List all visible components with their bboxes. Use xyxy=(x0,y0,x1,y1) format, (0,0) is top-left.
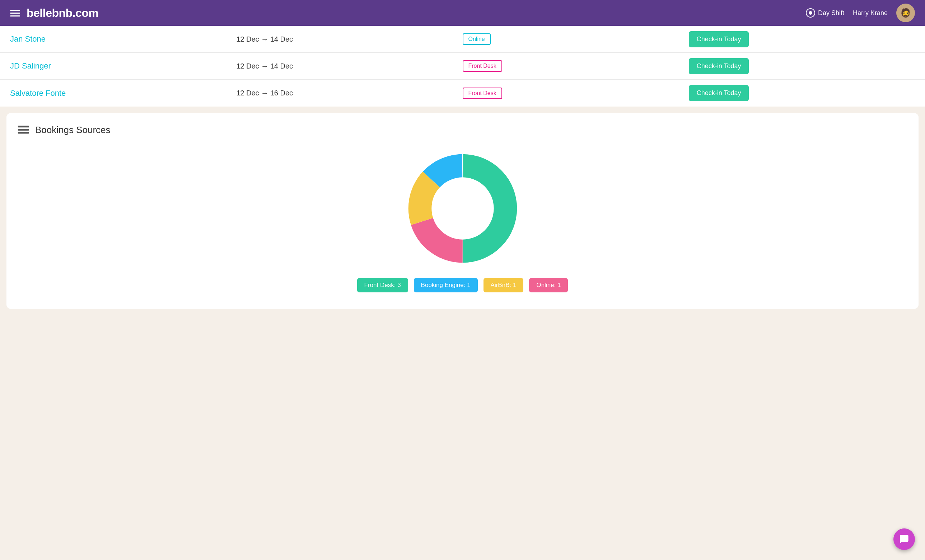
main-content: Jan Stone 12 Dec → 14 Dec Online Check-i… xyxy=(0,26,925,309)
menu-icon[interactable] xyxy=(10,10,20,17)
donut-center xyxy=(433,179,492,237)
source-cell: Online xyxy=(462,33,689,45)
checkin-button[interactable]: Check-in Today xyxy=(689,31,749,47)
booking-dates: 12 Dec → 14 Dec xyxy=(236,62,462,70)
source-badge: Front Desk xyxy=(462,60,502,72)
guest-name[interactable]: JD Salinger xyxy=(10,62,236,71)
svg-rect-2 xyxy=(18,132,29,134)
legend-item: Booking Engine: 1 xyxy=(414,278,478,292)
logo: bellebnb.com xyxy=(27,6,806,20)
chat-icon xyxy=(899,534,909,544)
table-row: JD Salinger 12 Dec → 14 Dec Front Desk C… xyxy=(0,53,925,80)
user-name: Harry Krane xyxy=(853,9,888,17)
source-badge: Front Desk xyxy=(462,87,502,99)
source-cell: Front Desk xyxy=(462,60,689,72)
shift-label: Day Shift xyxy=(818,9,844,17)
layers-icon xyxy=(17,123,30,137)
svg-rect-1 xyxy=(18,129,29,131)
guest-name[interactable]: Salvatore Fonte xyxy=(10,89,236,98)
donut-chart xyxy=(402,147,524,269)
legend: Front Desk: 3Booking Engine: 1AirBnB: 1O… xyxy=(357,278,568,292)
table-row: Jan Stone 12 Dec → 14 Dec Online Check-i… xyxy=(0,26,925,53)
bookings-sources-section: Bookings Sources xyxy=(6,113,919,309)
source-badge: Online xyxy=(462,33,491,45)
booking-dates: 12 Dec → 14 Dec xyxy=(236,35,462,44)
action-cell: Check-in Today xyxy=(689,85,915,101)
legend-item: AirBnB: 1 xyxy=(484,278,524,292)
source-cell: Front Desk xyxy=(462,87,689,99)
avatar[interactable]: 🧔 xyxy=(896,4,915,22)
header-right: Day Shift Harry Krane 🧔 xyxy=(806,4,915,22)
section-header: Bookings Sources xyxy=(17,123,908,137)
svg-rect-0 xyxy=(18,126,29,128)
booking-dates: 12 Dec → 16 Dec xyxy=(236,89,462,97)
table-row: Salvatore Fonte 12 Dec → 16 Dec Front De… xyxy=(0,80,925,107)
header: bellebnb.com Day Shift Harry Krane 🧔 xyxy=(0,0,925,26)
chat-button[interactable] xyxy=(893,528,915,550)
sun-icon xyxy=(806,8,815,18)
legend-item: Front Desk: 3 xyxy=(357,278,408,292)
bookings-table: Jan Stone 12 Dec → 14 Dec Online Check-i… xyxy=(0,26,925,107)
day-shift[interactable]: Day Shift xyxy=(806,8,844,18)
checkin-button[interactable]: Check-in Today xyxy=(689,58,749,74)
action-cell: Check-in Today xyxy=(689,31,915,47)
section-title: Bookings Sources xyxy=(35,125,110,136)
guest-name[interactable]: Jan Stone xyxy=(10,35,236,44)
checkin-button[interactable]: Check-in Today xyxy=(689,85,749,101)
chart-container: Front Desk: 3Booking Engine: 1AirBnB: 1O… xyxy=(17,144,908,296)
action-cell: Check-in Today xyxy=(689,58,915,74)
legend-item: Online: 1 xyxy=(529,278,568,292)
